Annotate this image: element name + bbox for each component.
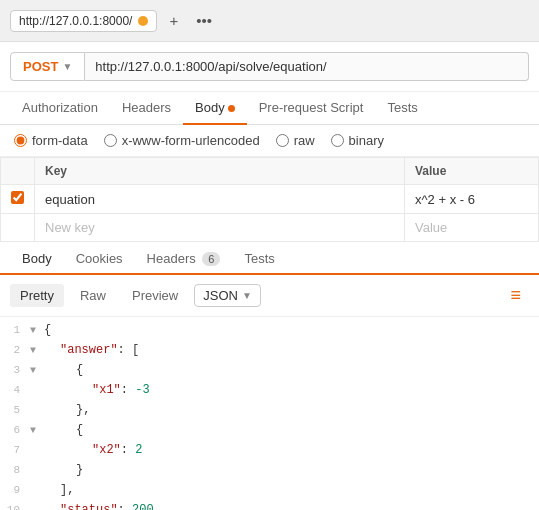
line-number: 6 <box>0 421 30 440</box>
radio-raw[interactable]: raw <box>276 133 315 148</box>
method-button[interactable]: POST ▼ <box>10 52 85 81</box>
browser-url-text: http://127.0.0.1:8000/ <box>19 14 132 28</box>
checkbox-col-header <box>1 158 35 185</box>
line-number: 1 <box>0 321 30 340</box>
preview-button[interactable]: Preview <box>122 284 188 307</box>
format-select-label: JSON <box>203 288 238 303</box>
resp-tab-headers[interactable]: Headers 6 <box>135 244 233 275</box>
line-collapse-arrow <box>30 381 44 383</box>
code-line: 5}, <box>0 401 539 421</box>
tab-body[interactable]: Body <box>183 92 247 125</box>
form-data-table: Key Value equation x^2 + x - 6 New key V… <box>0 157 539 242</box>
line-text: { <box>44 361 83 380</box>
browser-url-chip: http://127.0.0.1:8000/ <box>10 10 157 32</box>
headers-badge: 6 <box>202 252 220 266</box>
line-text: { <box>44 421 83 440</box>
tab-menu-button[interactable]: ••• <box>190 10 218 31</box>
tab-authorization[interactable]: Authorization <box>10 92 110 125</box>
line-number: 2 <box>0 341 30 360</box>
response-tabs-bar: Body Cookies Headers 6 Tests <box>0 244 539 275</box>
line-text: ], <box>44 481 74 500</box>
radio-binary[interactable]: binary <box>331 133 384 148</box>
line-text: "status": 200 <box>44 501 154 510</box>
code-line: 9], <box>0 481 539 501</box>
body-dot <box>228 105 235 112</box>
line-collapse-arrow[interactable]: ▼ <box>30 341 44 359</box>
new-key-placeholder: New key <box>45 220 95 235</box>
line-text: }, <box>44 401 90 420</box>
method-label: POST <box>23 59 58 74</box>
tab-headers[interactable]: Headers <box>110 92 183 125</box>
resp-tab-tests[interactable]: Tests <box>232 244 286 275</box>
body-type-bar: form-data x-www-form-urlencoded raw bina… <box>0 125 539 157</box>
line-text: "x2": 2 <box>44 441 142 460</box>
line-number: 3 <box>0 361 30 380</box>
response-code-area: 1▼{2▼"answer": [3▼{4"x1": -35},6▼{7"x2":… <box>0 317 539 510</box>
pretty-button[interactable]: Pretty <box>10 284 64 307</box>
resp-tab-cookies[interactable]: Cookies <box>64 244 135 275</box>
key-col-header: Key <box>35 158 405 185</box>
line-collapse-arrow <box>30 401 44 403</box>
format-bar: Pretty Raw Preview JSON ▼ ≡ <box>0 275 539 317</box>
row-value-cell: x^2 + x - 6 <box>405 185 539 214</box>
code-line: 4"x1": -3 <box>0 381 539 401</box>
line-collapse-arrow[interactable]: ▼ <box>30 361 44 379</box>
radio-urlencoded[interactable]: x-www-form-urlencoded <box>104 133 260 148</box>
line-number: 4 <box>0 381 30 400</box>
row-checkbox[interactable] <box>11 191 24 204</box>
radio-form-data[interactable]: form-data <box>14 133 88 148</box>
code-line: 6▼{ <box>0 421 539 441</box>
line-collapse-arrow[interactable]: ▼ <box>30 321 44 339</box>
line-number: 9 <box>0 481 30 500</box>
line-number: 7 <box>0 441 30 460</box>
code-line: 10"status": 200 <box>0 501 539 510</box>
line-text: "answer": [ <box>44 341 139 360</box>
line-text: "x1": -3 <box>44 381 150 400</box>
new-row-checkbox-cell <box>1 214 35 242</box>
method-chevron-icon: ▼ <box>62 61 72 72</box>
tab-tests[interactable]: Tests <box>375 92 429 125</box>
new-row-key-cell[interactable]: New key <box>35 214 405 242</box>
resp-tab-body[interactable]: Body <box>10 244 64 275</box>
line-number: 5 <box>0 401 30 420</box>
wrap-lines-icon: ≡ <box>510 285 521 305</box>
code-line: 3▼{ <box>0 361 539 381</box>
format-select[interactable]: JSON ▼ <box>194 284 261 307</box>
line-number: 8 <box>0 461 30 480</box>
form-row-new: New key Value <box>1 214 539 242</box>
request-bar: POST ▼ <box>0 42 539 92</box>
value-col-header: Value <box>405 158 539 185</box>
line-collapse-arrow <box>30 481 44 483</box>
new-value-placeholder: Value <box>415 220 447 235</box>
new-tab-button[interactable]: + <box>163 10 184 31</box>
new-row-value-cell[interactable]: Value <box>405 214 539 242</box>
line-collapse-arrow <box>30 461 44 463</box>
line-collapse-arrow <box>30 441 44 443</box>
raw-button[interactable]: Raw <box>70 284 116 307</box>
code-line: 1▼{ <box>0 321 539 341</box>
form-row-equation: equation x^2 + x - 6 <box>1 185 539 214</box>
row-key-cell: equation <box>35 185 405 214</box>
code-line: 8} <box>0 461 539 481</box>
url-input[interactable] <box>85 52 529 81</box>
code-line: 7"x2": 2 <box>0 441 539 461</box>
code-line: 2▼"answer": [ <box>0 341 539 361</box>
format-chevron-icon: ▼ <box>242 290 252 301</box>
tab-pre-request-script[interactable]: Pre-request Script <box>247 92 376 125</box>
top-tabs-bar: Authorization Headers Body Pre-request S… <box>0 92 539 125</box>
line-number: 10 <box>0 501 30 510</box>
row-checkbox-cell <box>1 185 35 214</box>
wrap-lines-button[interactable]: ≡ <box>502 281 529 310</box>
line-collapse-arrow[interactable]: ▼ <box>30 421 44 439</box>
line-collapse-arrow <box>30 501 44 503</box>
line-text: { <box>44 321 51 340</box>
line-text: } <box>44 461 83 480</box>
browser-bar: http://127.0.0.1:8000/ + ••• <box>0 0 539 42</box>
browser-active-dot <box>138 16 148 26</box>
